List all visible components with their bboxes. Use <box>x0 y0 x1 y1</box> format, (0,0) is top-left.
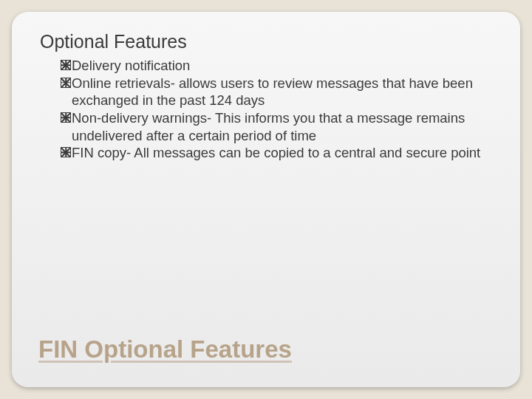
list-item-text: Delivery notification <box>72 57 489 75</box>
list-item-text: FIN copy- All messages can be copied to … <box>72 144 489 162</box>
list-item-text: Online retrievals- allows users to revie… <box>72 75 489 109</box>
missing-glyph-icon <box>61 78 71 88</box>
slide-title: FIN Optional Features <box>38 335 495 364</box>
slide-card: Optional Features Delivery notification … <box>12 12 520 387</box>
section-heading: Optional Features <box>40 31 495 52</box>
list-item: Online retrievals- allows users to revie… <box>61 75 489 109</box>
list-item-text: Non-delivery warnings- This informs you … <box>72 109 489 144</box>
list-item: Non-delivery warnings- This informs you … <box>61 109 489 144</box>
missing-glyph-icon <box>61 147 71 157</box>
missing-glyph-icon <box>61 112 71 123</box>
bullet-list: Delivery notification Online retrievals-… <box>61 57 489 335</box>
list-item: Delivery notification <box>61 57 489 75</box>
missing-glyph-icon <box>61 60 71 70</box>
list-item: FIN copy- All messages can be copied to … <box>61 144 489 162</box>
